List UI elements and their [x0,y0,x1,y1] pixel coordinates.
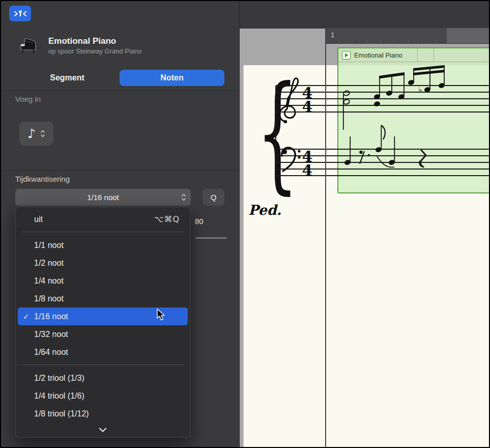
playhead-line[interactable] [325,28,326,448]
menu-item-label: 1/8 triool (1/12) [34,409,89,418]
menu-item-label: 1/32 noot [34,330,68,339]
bar-ruler[interactable]: 1 [326,28,490,44]
menu-item-uit[interactable]: uit ⌥⌘Q [18,210,188,228]
region-header: Emotional Piano [338,48,489,62]
track-subtitle: op spoor Steinway Grand Piano [48,47,142,55]
mouse-cursor [157,309,168,324]
menu-item-label: 1/4 triool (1/6) [34,391,84,401]
ruler-ticks [326,40,447,43]
divider [0,90,239,91]
divider [0,170,239,171]
pedal-marking: Ped. [248,202,281,218]
region-name: Emotional Piano [354,51,402,59]
menu-item[interactable]: 1/8 noot [18,290,188,307]
menu-item-shortcut: ⌥⌘Q [154,214,180,224]
menu-scroll-down[interactable] [16,423,190,434]
scroll-down-icon [98,427,108,433]
menu-item-label: 1/64 noot [34,348,68,357]
menu-item[interactable]: 1/2 triool (1/3) [18,369,188,387]
tab-segment[interactable]: Segment [15,70,120,86]
score-editor: 1 Emotional Piano { [240,0,490,448]
menu-item[interactable]: 1/4 noot [18,272,188,290]
menu-item[interactable]: 1/1 noot [18,236,188,254]
checkmark-icon: ✓ [23,312,30,321]
quantize-popup-value: 1/16 noot [87,193,119,202]
menu-separator [22,232,184,232]
insert-section-label: Voeg in [15,95,41,103]
inspector-tab-bar: Segment Noten [15,70,224,86]
menu-item[interactable]: 1/4 triool (1/6) [18,387,188,405]
midi-filter-button[interactable] [9,6,31,21]
menu-item-label: 1/4 noot [34,276,64,286]
strength-slider[interactable] [195,237,227,239]
eighth-note-icon: ♪ [27,127,36,140]
treble-notes[interactable]: ♭ [343,65,445,130]
bass-notes[interactable] [344,125,426,167]
quantize-section-label: Tijdkwantisering [15,175,70,183]
q-button-label: Q [211,193,217,202]
menu-item[interactable]: 1/2 noot [18,254,188,272]
flat-accidental: ♭ [418,85,422,95]
time-signature-bottom: 4 [302,98,313,116]
tab-noten[interactable]: Noten [120,70,224,86]
region-header-divider [417,48,418,62]
quantize-strength-value: 80 [195,217,204,226]
score-editor-topbar [240,0,490,29]
menu-item-label: 1/8 noot [34,294,64,303]
quantize-apply-button[interactable]: Q [203,189,224,206]
popup-chevrons-icon [181,193,186,204]
menu-item[interactable]: 1/8 triool (1/12) [18,405,188,423]
menu-item-label: 1/1 noot [34,241,64,250]
menu-item-label: uit [34,215,43,224]
bar-number: 1 [331,31,334,39]
quantize-popup[interactable]: 1/16 noot [15,189,191,206]
stepper-chevrons-icon [40,129,45,138]
notation-canvas: { 4 4 4 4 [243,65,490,448]
grand-piano-icon [18,36,38,57]
track-title: Emotional Piano [48,36,116,46]
menu-separator [22,365,184,365]
filter-funnel-icon [13,9,27,18]
menu-item-label: 1/16 noot [34,312,68,321]
insert-note-value-button[interactable]: ♪ [19,122,53,146]
region-header-divider [434,48,434,62]
menu-item-label: 1/2 triool (1/3) [34,374,84,383]
menu-item[interactable]: 1/32 noot [18,325,188,343]
ruler-end-block [447,28,490,43]
time-signature-bottom: 4 [302,161,313,179]
menu-item[interactable]: 1/64 noot [18,343,188,361]
menu-item-label: 1/2 noot [34,259,64,268]
region-play-icon[interactable] [342,51,351,60]
inspector-panel: Emotional Piano op spoor Steinway Grand … [0,0,240,448]
